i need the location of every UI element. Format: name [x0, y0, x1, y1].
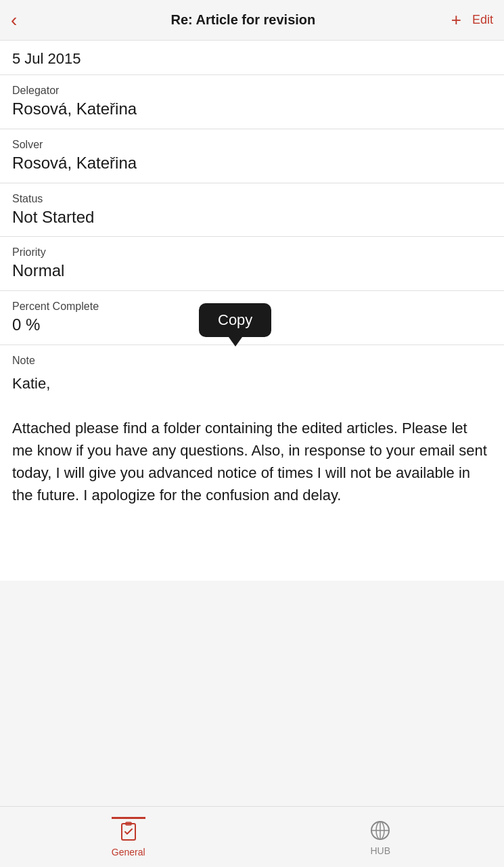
clipboard-check-icon [116, 820, 141, 844]
note-text: Katie,Attached please find a folder cont… [12, 372, 492, 506]
note-row: Note Katie,Attached please find a folder… [0, 345, 504, 520]
delegator-row: Delegator Rosová, Kateřina [0, 75, 504, 129]
copy-tooltip-wrapper: Copy [199, 303, 271, 337]
delegator-value: Rosová, Kateřina [12, 99, 492, 119]
date-row: 5 Jul 2015 [0, 41, 504, 75]
tab-hub-label: HUB [370, 845, 390, 856]
page-title: Re: Article for revision [35, 12, 451, 28]
note-label: Note [12, 355, 492, 367]
content-area: 5 Jul 2015 Delegator Rosová, Kateřina So… [0, 41, 504, 581]
tab-general-label: General [112, 847, 145, 858]
priority-label: Priority [12, 246, 492, 259]
back-button[interactable]: ‹ [11, 9, 35, 31]
add-button[interactable]: + [451, 9, 461, 30]
status-value: Not Started [12, 208, 492, 227]
solver-value: Rosová, Kateřina [12, 154, 492, 173]
tab-hub[interactable]: HUB [368, 818, 392, 856]
copy-button[interactable]: Copy [199, 303, 271, 337]
header: ‹ Re: Article for revision + Edit [0, 0, 504, 41]
tab-bar: General HUB [0, 806, 504, 867]
header-actions: + Edit [451, 9, 493, 30]
priority-value: Normal [12, 261, 492, 281]
solver-label: Solver [12, 139, 492, 151]
status-label: Status [12, 193, 492, 205]
priority-row: Priority Normal [0, 237, 504, 291]
tab-general[interactable]: General [112, 817, 145, 858]
solver-row: Solver Rosová, Kateřina [0, 129, 504, 183]
edit-button[interactable]: Edit [472, 13, 493, 27]
date-value: 5 Jul 2015 [12, 50, 81, 67]
hub-icon [368, 818, 392, 843]
delegator-label: Delegator [12, 85, 492, 97]
percent-row: Percent Complete 0 % Copy [0, 291, 504, 345]
status-row: Status Not Started [0, 183, 504, 238]
